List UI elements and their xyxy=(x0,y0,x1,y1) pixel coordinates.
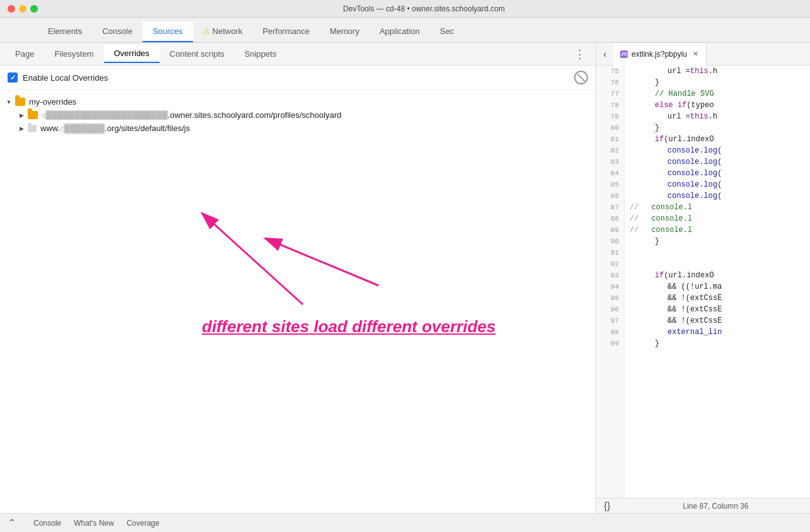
code-line-95: && !(extCssE xyxy=(630,292,805,304)
enable-overrides-row: Enable Local Overrides xyxy=(0,66,596,90)
warning-icon: ⚠ xyxy=(203,27,210,36)
more-tabs-button[interactable]: ⋮ xyxy=(569,47,590,61)
line-num-79: 79 xyxy=(596,111,624,122)
minimize-button[interactable] xyxy=(19,5,26,13)
titlebar: DevTools — cd-48 • owner.sites.schoolyar… xyxy=(0,0,810,18)
tab-overrides[interactable]: Overrides xyxy=(104,45,160,63)
code-line-91 xyxy=(630,247,805,258)
code-line-97: && !(extCssE xyxy=(630,315,805,327)
code-line-83: console.log( xyxy=(630,156,805,168)
annotation-overlay: different sites load different overrides xyxy=(0,90,596,513)
line-num-88: 88 xyxy=(596,213,624,224)
line-num-96: 96 xyxy=(596,304,624,315)
root-folder-label: my-overrides xyxy=(29,97,76,107)
line-num-78: 78 xyxy=(596,100,624,111)
folder-icon xyxy=(15,98,25,106)
bottom-tab-console[interactable]: Console xyxy=(33,516,61,530)
root-folder[interactable]: ▼ my-overrides xyxy=(0,95,596,108)
folder-schoolyard[interactable]: ▶ s█████████████████████.owner.sites.sch… xyxy=(0,108,596,122)
bottom-tab-whatsnew[interactable]: What's New xyxy=(74,516,114,530)
folder-icon-2 xyxy=(28,125,37,132)
line-num-92: 92 xyxy=(596,258,624,270)
svg-line-1 xyxy=(265,238,379,286)
code-line-81: if (url.indexO xyxy=(630,134,805,145)
tab-filesystem[interactable]: Filesystem xyxy=(44,45,103,62)
folder-toggle-1[interactable]: ▶ xyxy=(18,112,25,119)
folder-www[interactable]: ▶ www.c███████.org/sites/default/files/j… xyxy=(0,122,596,135)
code-line-89: // console.l xyxy=(630,224,805,236)
line-num-90: 90 xyxy=(596,236,624,247)
js-file-icon: JS xyxy=(620,50,628,58)
code-line-96: && !(extCssE xyxy=(630,304,805,315)
code-line-84: console.log( xyxy=(630,168,805,179)
line-num-75: 75 xyxy=(596,66,624,77)
editor-file-tab[interactable]: JS extlink.js?pbpylu ✕ xyxy=(614,43,707,66)
code-line-80: } xyxy=(630,122,805,134)
cursor-position: Line 87, Column 36 xyxy=(629,502,802,511)
bottom-bar: ⌃ Console What's New Coverage xyxy=(0,513,810,532)
line-num-93: 93 xyxy=(596,270,624,281)
line-num-77: 77 xyxy=(596,88,624,100)
window-title: DevTools — cd-48 • owner.sites.schoolyar… xyxy=(45,4,802,13)
tab-elements[interactable]: Elements xyxy=(38,21,92,42)
line-num-95: 95 xyxy=(596,292,624,304)
left-panel: Page Filesystem Overrides Content script… xyxy=(0,43,596,513)
code-line-94: && ((!url.ma xyxy=(630,281,805,292)
editor-tab-filename: extlink.js?pbpylu xyxy=(631,50,687,59)
editor-tabs: ‹ JS extlink.js?pbpylu ✕ xyxy=(596,43,810,66)
code-line-93: if (url.indexO xyxy=(630,270,805,281)
line-num-99: 99 xyxy=(596,338,624,349)
line-num-81: 81 xyxy=(596,134,624,145)
line-num-83: 83 xyxy=(596,156,624,168)
line-numbers: 75 76 77 78 79 80 81 82 83 84 85 86 87 8… xyxy=(596,66,625,498)
main-content: Page Filesystem Overrides Content script… xyxy=(0,43,810,513)
code-line-85: console.log( xyxy=(630,179,805,190)
code-line-82: console.log( xyxy=(630,145,805,156)
code-line-76: } xyxy=(630,77,805,88)
code-line-86: console.log( xyxy=(630,190,805,202)
tab-performance[interactable]: Performance xyxy=(252,21,319,42)
tab-memory[interactable]: Memory xyxy=(320,21,370,42)
line-num-76: 76 xyxy=(596,77,624,88)
line-num-94: 94 xyxy=(596,281,624,292)
bottom-tab-coverage[interactable]: Coverage xyxy=(127,516,160,530)
enable-overrides-checkbox[interactable] xyxy=(8,72,18,83)
devtools-main-tabs: Elements Console Sources ⚠ Network Perfo… xyxy=(0,18,810,43)
line-num-87: 87 xyxy=(596,202,624,213)
code-line-75: url = this.h xyxy=(630,66,805,77)
line-num-97: 97 xyxy=(596,315,624,327)
tab-snippets[interactable]: Snippets xyxy=(235,45,287,62)
maximize-button[interactable] xyxy=(30,5,38,13)
disable-icon[interactable] xyxy=(574,71,588,84)
folder-toggle[interactable]: ▼ xyxy=(5,98,13,106)
code-line-98: external_lin xyxy=(630,327,805,338)
tab-security[interactable]: Sec xyxy=(430,21,464,42)
drawer-toggle[interactable]: ⌃ xyxy=(8,517,16,529)
code-line-78: else if (typeo xyxy=(630,100,805,111)
code-line-92 xyxy=(630,258,805,270)
svg-line-0 xyxy=(202,213,303,304)
editor-back-button[interactable]: ‹ xyxy=(596,43,614,66)
tab-close-button[interactable]: ✕ xyxy=(691,50,700,59)
right-panel: ‹ JS extlink.js?pbpylu ✕ 75 76 77 78 79 … xyxy=(596,43,810,513)
tab-sources[interactable]: Sources xyxy=(143,21,193,42)
code-content: url = this.h } // Handle SVG else if (ty… xyxy=(625,66,810,498)
secondary-tabs: Page Filesystem Overrides Content script… xyxy=(0,43,596,66)
tab-application[interactable]: Application xyxy=(370,21,430,42)
traffic-lights xyxy=(8,5,38,13)
format-icon[interactable]: {} xyxy=(604,500,629,512)
line-num-98: 98 xyxy=(596,327,624,338)
line-num-80: 80 xyxy=(596,122,624,134)
tab-page[interactable]: Page xyxy=(5,45,44,62)
code-editor[interactable]: 75 76 77 78 79 80 81 82 83 84 85 86 87 8… xyxy=(596,66,810,498)
line-num-89: 89 xyxy=(596,224,624,236)
code-line-99: } xyxy=(630,338,805,349)
code-line-77: // Handle SVG xyxy=(630,88,805,100)
tab-console[interactable]: Console xyxy=(92,21,143,42)
folder-toggle-2[interactable]: ▶ xyxy=(18,125,25,132)
tab-content-scripts[interactable]: Content scripts xyxy=(160,45,235,62)
file-tree: ▼ my-overrides ▶ s█████████████████████.… xyxy=(0,90,596,513)
close-button[interactable] xyxy=(8,5,15,13)
line-num-85: 85 xyxy=(596,179,624,190)
tab-network[interactable]: ⚠ Network xyxy=(193,21,253,42)
